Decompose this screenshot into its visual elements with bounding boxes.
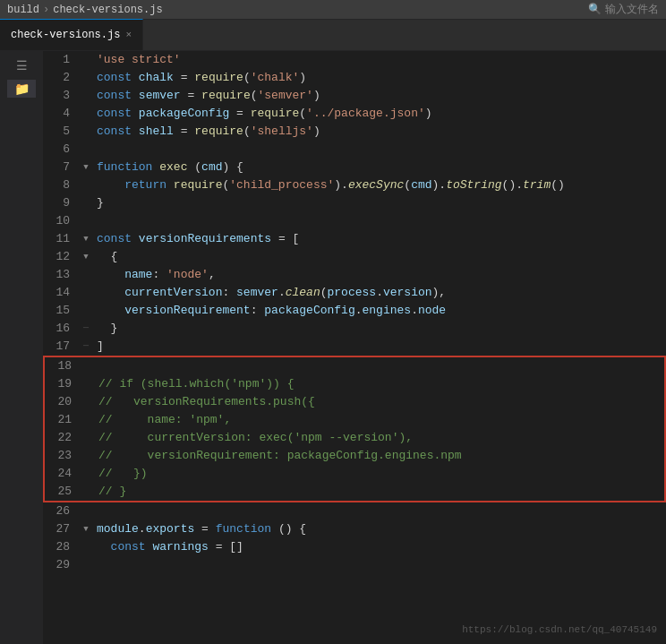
line-content-9: } [93, 194, 666, 212]
line-content-13: name: 'node', [93, 266, 666, 284]
fold-8 [79, 176, 93, 194]
tab-check-versions[interactable]: check-versions.js × [0, 19, 143, 50]
code-line-22: 22 // currentVersion: exec('npm --versio… [45, 429, 664, 447]
code-line-13: 13 name: 'node', [43, 266, 666, 284]
fold-23 [81, 447, 95, 465]
line-content-23: // versionRequirement: packageConfig.eng… [95, 447, 664, 465]
line-content-20: // versionRequirements.push({ [95, 393, 664, 411]
line-num-3: 3 [43, 87, 79, 105]
line-content-4: const packageConfig = require('../packag… [93, 105, 666, 123]
line-num-17: 17 [43, 338, 79, 356]
line-content-22: // currentVersion: exec('npm --version')… [95, 429, 664, 447]
line-num-24: 24 [45, 465, 81, 483]
line-content-19: // if (shell.which('npm')) { [95, 375, 664, 393]
fold-13 [79, 266, 93, 284]
line-content-7: function exec (cmd) { [93, 159, 666, 176]
line-num-14: 14 [43, 284, 79, 302]
line-content-8: return require('child_process').execSync… [93, 176, 666, 194]
hamburger-icon[interactable]: ☰ [11, 55, 32, 76]
line-content-21: // name: 'npm', [95, 411, 664, 429]
code-line-2: 2 const chalk = require('chalk') [43, 69, 666, 87]
line-num-23: 23 [45, 447, 81, 465]
line-num-15: 15 [43, 302, 79, 320]
fold-7[interactable]: ▼ [79, 159, 93, 176]
fold-10 [79, 212, 93, 230]
code-line-27: 27 ▼ module.exports = function () { [43, 520, 666, 538]
fold-17: ─ [79, 338, 93, 356]
code-line-3: 3 const semver = require('semver') [43, 87, 666, 105]
line-num-19: 19 [45, 375, 81, 393]
code-line-19: 19 // if (shell.which('npm')) { [45, 375, 664, 393]
code-line-26: 26 [43, 502, 666, 520]
line-content-3: const semver = require('semver') [93, 87, 666, 105]
fold-5 [79, 123, 93, 141]
line-num-12: 12 [43, 248, 79, 266]
code-line-4: 4 const packageConfig = require('../pack… [43, 105, 666, 123]
fold-26 [79, 502, 93, 520]
code-line-28: 28 const warnings = [] [43, 538, 666, 556]
line-content-5: const shell = require('shelljs') [93, 123, 666, 141]
line-num-26: 26 [43, 502, 79, 520]
code-line-1: 1 'use strict' [43, 51, 666, 69]
tab-close-button[interactable]: × [125, 30, 132, 40]
code-line-24: 24 // }) [45, 465, 664, 483]
code-line-18: 18 [45, 357, 664, 375]
search-icon: 🔍 [587, 3, 602, 17]
line-content-25: // } [95, 483, 664, 501]
fold-27[interactable]: ▼ [79, 520, 93, 538]
fold-6 [79, 141, 93, 159]
line-content-28: const warnings = [] [93, 538, 666, 556]
line-num-4: 4 [43, 105, 79, 123]
fold-4 [79, 105, 93, 123]
fold-2 [79, 69, 93, 87]
line-content-11: const versionRequirements = [ [93, 230, 666, 248]
tab-label: check-versions.js [11, 29, 120, 41]
title-bar: build › check-versions.js 🔍 输入文件名 [0, 0, 666, 20]
code-line-7: 7 ▼ function exec (cmd) { [43, 159, 666, 176]
line-num-28: 28 [43, 538, 79, 556]
fold-15 [79, 302, 93, 320]
folder-icon[interactable]: 📁 [7, 80, 36, 98]
fold-1 [79, 51, 93, 69]
line-content-26 [93, 502, 666, 520]
line-num-1: 1 [43, 51, 79, 69]
line-num-29: 29 [43, 556, 79, 574]
code-line-14: 14 currentVersion: semver.clean(process.… [43, 284, 666, 302]
search-area: 🔍 输入文件名 [587, 2, 659, 17]
code-line-6: 6 [43, 141, 666, 159]
sidebar-gutter: ☰ 📁 [0, 51, 43, 644]
code-line-9: 9 } [43, 194, 666, 212]
fold-20 [81, 393, 95, 411]
fold-12[interactable]: ▼ [79, 248, 93, 266]
code-editor[interactable]: 1 'use strict' 2 const chalk = require('… [43, 51, 666, 644]
fold-14 [79, 284, 93, 302]
search-placeholder: 输入文件名 [605, 2, 659, 17]
fold-11[interactable]: ▼ [79, 230, 93, 248]
line-num-18: 18 [45, 357, 81, 375]
editor-container: ☰ 📁 1 'use strict' 2 const chalk = requi… [0, 51, 666, 644]
line-num-16: 16 [43, 320, 79, 338]
line-num-21: 21 [45, 411, 81, 429]
fold-22 [81, 429, 95, 447]
code-line-5: 5 const shell = require('shelljs') [43, 123, 666, 141]
fold-25 [81, 483, 95, 501]
line-content-12: { [93, 248, 666, 266]
fold-9 [79, 194, 93, 212]
fold-21 [81, 411, 95, 429]
code-line-29: 29 [43, 556, 666, 574]
fold-28 [79, 538, 93, 556]
code-line-21: 21 // name: 'npm', [45, 411, 664, 429]
line-num-10: 10 [43, 212, 79, 230]
watermark: https://blog.csdn.net/qq_40745149 [462, 624, 657, 635]
line-content-24: // }) [95, 465, 664, 483]
code-line-15: 15 versionRequirement: packageConfig.eng… [43, 302, 666, 320]
line-num-9: 9 [43, 194, 79, 212]
line-num-20: 20 [45, 393, 81, 411]
line-content-16: } [93, 320, 666, 338]
code-line-8: 8 return require('child_process').execSy… [43, 176, 666, 194]
line-content-29 [93, 556, 666, 574]
line-num-7: 7 [43, 159, 79, 176]
fold-24 [81, 465, 95, 483]
line-content-14: currentVersion: semver.clean(process.ver… [93, 284, 666, 302]
line-content-6 [93, 141, 666, 159]
